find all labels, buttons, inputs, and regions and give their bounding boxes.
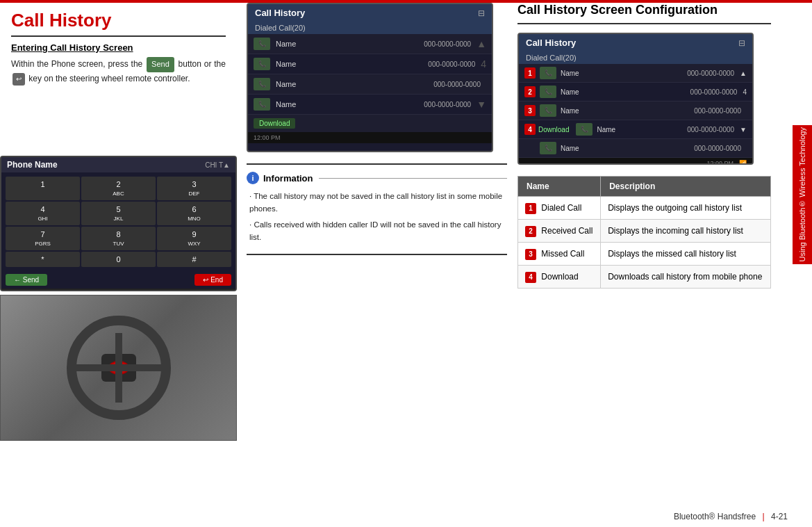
key-6: 6MNO — [157, 202, 231, 225]
call-icon: 📞 — [540, 142, 556, 154]
info-title: Information — [263, 173, 313, 184]
key-4: 4GHI — [6, 202, 80, 225]
badge-1: 1 — [524, 67, 536, 79]
download-label-screen: Download — [538, 126, 569, 133]
call-icon: 📞 — [540, 104, 556, 117]
send-button-inline: Send — [147, 57, 174, 72]
contact-name: Name — [561, 145, 694, 152]
car-screen-list: 📞 Name 000-0000-0000 ▲ 📞 Name 000-0000-0… — [248, 34, 492, 115]
phone-number: 000-0000-0000 — [424, 40, 471, 48]
table-cell-desc-3: Displays the missed call history list — [601, 243, 771, 266]
page-footer: Bluetooth® Handsfree | 4-21 — [674, 512, 788, 521]
config-signal: 📶 — [739, 160, 747, 165]
table-row: 3 Missed Call Displays the missed call h… — [518, 243, 771, 266]
right-column: Call History Screen Configuration Call H… — [517, 3, 792, 289]
information-box: i Information · The call history may not… — [247, 163, 507, 255]
call-icon: 📞 — [254, 58, 270, 70]
config-screen-header: Call History ⊟ — [519, 34, 752, 51]
contact-name: Name — [276, 100, 424, 108]
phone-name-label: Phone Name — [7, 160, 58, 170]
key-hash: # — [157, 252, 231, 267]
phone-tab-favorites: ★ Favorites — [1, 289, 43, 291]
key-3: 3DEF — [157, 177, 231, 200]
row-badge-2: 2 — [525, 226, 536, 237]
footer-divider: | — [763, 512, 765, 521]
key-9: 9WXY — [157, 227, 231, 250]
config-timestamp-row: 12:00 PM 📶 — [519, 158, 752, 165]
key-icon-inline: ↩ — [13, 73, 25, 86]
phone-number: 000-0000-0000 — [694, 145, 741, 152]
config-list-item: 3 📞 Name 000-0000-0000 — [519, 102, 752, 120]
phone-tab-private: Private — [76, 289, 103, 291]
key-star: * — [6, 252, 80, 267]
config-section-title: Call History Screen Configuration — [517, 3, 771, 24]
row-name-1: Dialed Call — [541, 203, 581, 213]
col-4: 4 — [743, 88, 747, 96]
right-side-tab: Using Bluetooth® Wireless Technology — [793, 125, 812, 264]
key-5: 5JKL — [81, 202, 156, 225]
badge-3: 3 — [524, 105, 536, 116]
config-list-item: 1 📞 Name 000-0000-0000 ▲ — [519, 64, 752, 83]
download-button[interactable]: Download — [254, 118, 295, 129]
table-cell-desc-2: Displays the incoming call history list — [601, 220, 771, 243]
phone-status-icons: CHI T▲ — [205, 161, 230, 169]
key-7: 7PGRS — [6, 227, 80, 250]
key-1: 1 — [6, 177, 80, 200]
phone-end-btn: ↩ End — [194, 274, 231, 286]
list-item: 📞 Name 000-0000-0000 4 — [248, 54, 492, 74]
config-screen-subtitle: Dialed Call(20) — [519, 51, 752, 64]
phone-tab-connections: Connections — [103, 289, 147, 291]
config-list-item: 4 Download 📞 Name 000-0000-0000 ▼ — [519, 120, 752, 139]
car-timestamp: 12:00 PM — [248, 132, 492, 143]
table-cell-name: 2 Received Call — [518, 220, 601, 243]
phone-send-btn: ← Send — [6, 274, 47, 286]
row-name-2: Received Call — [541, 226, 593, 236]
contact-name: Name — [276, 40, 424, 48]
car-screen-close-icon: ⊟ — [478, 8, 485, 18]
scroll-indicator: ▲ — [477, 38, 486, 49]
footer-page: 4-21 — [771, 512, 788, 521]
key-2: 2ABC — [81, 177, 156, 200]
config-list-item: 📞 Name 000-0000-0000 — [519, 139, 752, 158]
call-icon: 📞 — [540, 67, 556, 79]
config-timestamp: 12:00 PM — [706, 160, 734, 165]
contact-name: Name — [561, 70, 687, 77]
list-item: 📞 Name 000-0000-0000 — [248, 74, 492, 95]
row-name-3: Missed Call — [541, 249, 584, 259]
table-cell-name: 4 Download — [518, 266, 601, 289]
call-icon: 📞 — [540, 86, 556, 98]
info-header: i Information — [247, 172, 507, 184]
scroll-indicator: 4 — [481, 58, 486, 70]
info-text: · The call history may not be saved in t… — [247, 190, 507, 244]
info-bullet-2: · Calls received with hidden caller ID w… — [249, 218, 507, 244]
body-text-1: Within the Phone screen, press the — [11, 59, 142, 69]
contact-name: Name — [561, 107, 694, 115]
car-screen-header: Call History ⊟ — [248, 4, 492, 22]
section-heading: Entering Call History Screen — [11, 42, 226, 53]
section-divider — [11, 35, 226, 37]
car-screen-mockup: Call History ⊟ Dialed Call(20) 📞 Name 00… — [247, 3, 493, 152]
phone-tabs-bar: ★ Favorites Contacts Private Connections — [1, 289, 235, 291]
col-header-name: Name — [518, 177, 601, 197]
row-name-4: Download — [541, 272, 578, 282]
row-badge-3: 3 — [525, 249, 536, 260]
col-header-desc: Description — [601, 177, 771, 197]
badge-4: 4 — [524, 124, 536, 135]
key-0: 0 — [81, 252, 156, 267]
page-title: Call History — [11, 10, 226, 31]
phone-number: 000-0000-0000 — [694, 107, 741, 115]
call-icon: 📞 — [576, 123, 593, 136]
config-screen-close: ⊟ — [738, 38, 745, 48]
table-row: 1 Dialed Call Displays the outgoing call… — [518, 197, 771, 220]
call-icon: 📞 — [254, 78, 270, 90]
left-column: Call History Entering Call History Scree… — [0, 3, 237, 92]
phone-screen-header: Phone Name CHI T▲ — [1, 157, 235, 172]
table-cell-name: 3 Missed Call — [518, 243, 601, 266]
config-screen-list: 1 📞 Name 000-0000-0000 ▲ 2 📞 Name 000-00… — [519, 64, 752, 158]
car-screen-subtitle: Dialed Call(20) — [248, 22, 492, 34]
phone-tab-contacts: Contacts — [43, 289, 76, 291]
phone-number: 000-0000-0000 — [428, 60, 475, 68]
contact-name: Name — [276, 60, 428, 68]
steering-wheel-graphic — [67, 316, 171, 420]
info-icon: i — [247, 172, 259, 184]
